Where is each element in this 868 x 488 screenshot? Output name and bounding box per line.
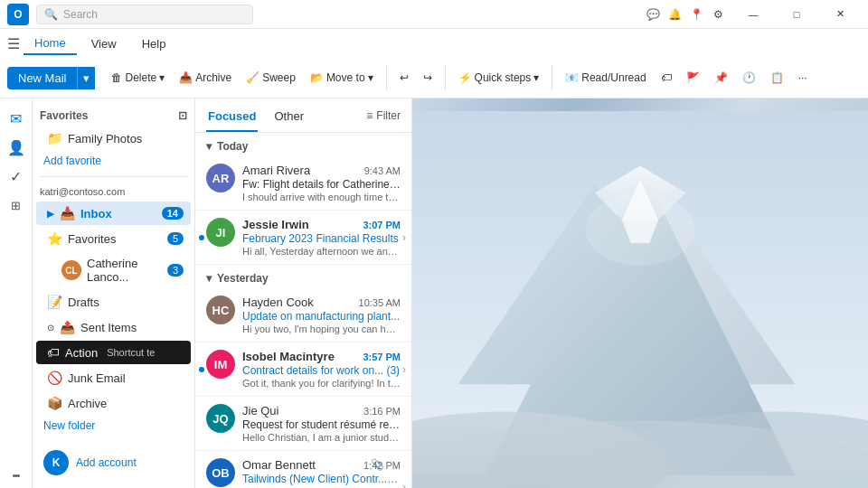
email-amari[interactable]: AR Amari Rivera 9:43 AM Fw: Flight detai…	[195, 156, 411, 211]
amari-content: Amari Rivera 9:43 AM Fw: Flight details …	[242, 164, 401, 202]
sidebar-item-favorites[interactable]: ⭐ Favorites 5	[36, 227, 191, 250]
sidebar-item-inbox[interactable]: ▶ 📥 Inbox 14	[36, 202, 191, 225]
group-yesterday[interactable]: ▾ Yesterday	[195, 265, 411, 288]
maximize-button[interactable]: □	[776, 0, 817, 29]
nav-people[interactable]: 👤	[4, 135, 29, 160]
more-button[interactable]: ···	[793, 69, 813, 87]
view-icon: 📋	[770, 71, 784, 84]
undo-button[interactable]: ↩	[394, 69, 414, 87]
email-jessie[interactable]: › JI Jessie Irwin 3:07 PM February 2023 …	[195, 211, 411, 265]
tab-help[interactable]: Help	[131, 33, 177, 54]
redo-button[interactable]: ↪	[418, 69, 438, 87]
tab-home[interactable]: Home	[24, 33, 77, 55]
new-mail-dropdown[interactable]: ▾	[77, 67, 95, 89]
reading-pane-background	[412, 99, 868, 488]
pin-button[interactable]: 📌	[709, 69, 733, 87]
add-account-label: Add account	[76, 456, 137, 469]
delete-button[interactable]: 🗑 Delete ▾	[106, 69, 170, 87]
account-label: katri@contoso.com	[40, 186, 125, 197]
chat-icon[interactable]: 💬	[646, 7, 660, 22]
account-header: katri@contoso.com	[33, 183, 194, 201]
isobel-chevron: ›	[402, 363, 406, 376]
archive-icon: 📦	[47, 396, 62, 410]
tag-button[interactable]: 🏷	[656, 69, 677, 87]
sidebar-item-drafts[interactable]: 📝 Drafts	[36, 290, 191, 314]
svg-point-9	[586, 193, 695, 267]
sidebar-item-action[interactable]: 🏷 Action Shortcut te	[36, 341, 191, 364]
archive-button[interactable]: 📥 Archive	[174, 69, 237, 87]
omar-subject: Tailwinds (New Client) Contr... (6)	[242, 473, 401, 485]
divider-2	[445, 65, 446, 90]
favorites-badge: 5	[167, 232, 184, 245]
group-yesterday-chevron: ▾	[206, 272, 212, 285]
jie-avatar: JQ	[206, 404, 235, 433]
favorites-expand-icon[interactable]: ⊡	[178, 109, 187, 122]
nav-tasks[interactable]: ✓	[4, 164, 29, 189]
hamburger-button[interactable]: ☰	[7, 35, 20, 52]
archive-label: Archive	[68, 397, 107, 410]
minimize-button[interactable]: —	[732, 0, 774, 29]
action-icon: 🏷	[47, 345, 60, 360]
pin-icon: 📌	[714, 71, 728, 84]
sent-label: Sent Items	[80, 321, 137, 334]
email-isobel[interactable]: › IM Isobel Macintyre 3:57 PM Contract d…	[195, 343, 411, 397]
jessie-avatar: JI	[206, 218, 235, 247]
isobel-header: Isobel Macintyre 3:57 PM	[242, 350, 401, 363]
new-mail-button[interactable]: New Mail	[7, 67, 77, 89]
nav-apps[interactable]: ⊞	[4, 192, 29, 218]
sidebar-item-junk[interactable]: 🚫 Junk Email	[36, 366, 191, 389]
filter-button[interactable]: ≡ Filter	[366, 109, 401, 129]
nav-more[interactable]: •••	[4, 463, 29, 488]
group-today[interactable]: ▾ Today	[195, 133, 411, 156]
ribbon-actions: New Mail ▾ 🗑 Delete ▾ 📥 Archive 🧹 Sweep …	[0, 58, 868, 98]
view-button[interactable]: 📋	[765, 69, 789, 87]
tag-icon: 🏷	[661, 71, 672, 84]
inbox-label: Inbox	[80, 207, 112, 221]
tab-focused[interactable]: Focused	[206, 106, 258, 132]
omar-sender: Omar Bennett	[242, 458, 316, 472]
quick-steps-button[interactable]: ⚡ Quick steps ▾	[453, 69, 545, 87]
isobel-time: 3:57 PM	[363, 352, 401, 362]
favorites-header: Favorites ⊡	[33, 106, 194, 126]
location-icon[interactable]: 📍	[689, 7, 703, 22]
close-button[interactable]: ✕	[819, 0, 861, 29]
inbox-badge: 14	[162, 207, 184, 220]
sidebar-spacer	[33, 436, 194, 445]
sidebar-item-catherine[interactable]: CL Catherine Lanco... 3	[36, 252, 191, 288]
email-omar[interactable]: 📎 › OB Omar Bennett 1:42 PM Tailwinds (N…	[195, 451, 411, 488]
flag-icon: 🚩	[686, 71, 700, 84]
add-favorite-link[interactable]: Add favorite	[33, 151, 194, 171]
new-folder-link[interactable]: New folder	[33, 416, 194, 436]
notification-icon[interactable]: 🔔	[667, 7, 682, 22]
search-icon: 🔍	[44, 8, 58, 21]
inbox-icon: 📥	[60, 206, 75, 221]
search-box[interactable]: 🔍 Search	[36, 5, 253, 24]
email-jie[interactable]: JQ Jie Qui 3:16 PM Request for student r…	[195, 397, 411, 451]
drafts-icon: 📝	[47, 295, 62, 309]
archive-icon: 📥	[179, 71, 193, 84]
group-yesterday-label: Yesterday	[217, 272, 269, 285]
hayden-header: Hayden Cook 10:35 AM	[242, 296, 401, 309]
group-today-label: Today	[217, 140, 248, 153]
settings-icon[interactable]: ⚙	[711, 7, 725, 22]
read-unread-button[interactable]: 📧 Read/Unread	[560, 69, 651, 87]
sweep-button[interactable]: 🧹 Sweep	[241, 69, 301, 87]
flag-button[interactable]: 🚩	[681, 69, 705, 87]
isobel-sender: Isobel Macintyre	[242, 350, 335, 363]
clock-button[interactable]: 🕐	[737, 69, 761, 87]
sidebar-item-archive[interactable]: 📦 Archive	[36, 391, 191, 415]
move-to-button[interactable]: 📂 Move to ▾	[305, 69, 379, 87]
tab-other[interactable]: Other	[272, 106, 306, 132]
family-photos-label: Family Photos	[68, 132, 142, 145]
jessie-time: 3:07 PM	[363, 220, 401, 230]
divider-3	[552, 65, 552, 90]
jessie-content: Jessie Irwin 3:07 PM February 2023 Finan…	[242, 218, 401, 257]
jie-header: Jie Qui 3:16 PM	[242, 404, 401, 418]
tab-view[interactable]: View	[80, 33, 127, 54]
add-account[interactable]: K Add account	[33, 445, 194, 481]
jie-preview: Hello Christian, I am a junior studying …	[242, 432, 401, 443]
nav-mail[interactable]: ✉	[4, 106, 29, 131]
sidebar-item-family-photos[interactable]: 📁 Family Photos	[36, 127, 191, 150]
sidebar-item-sent[interactable]: ⊙ 📤 Sent Items	[36, 315, 191, 339]
email-hayden[interactable]: HC Hayden Cook 10:35 AM Update on manufa…	[195, 288, 411, 343]
